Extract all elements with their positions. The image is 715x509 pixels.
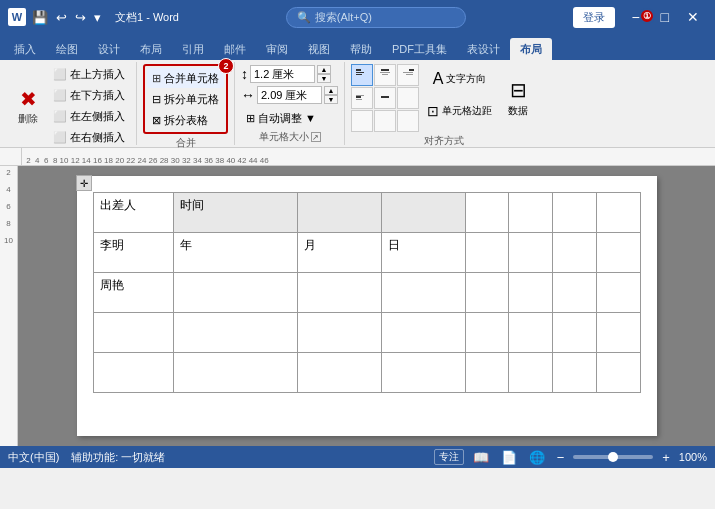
table-cell[interactable]: 月 bbox=[297, 233, 381, 273]
merge-cells-button[interactable]: ⊞ 合并单元格 bbox=[147, 68, 224, 88]
insert-right-button[interactable]: ⬜ 在右侧插入 bbox=[48, 127, 130, 147]
focus-label[interactable]: 专注 bbox=[434, 449, 464, 465]
table-cell[interactable]: 年 bbox=[173, 233, 297, 273]
insert-below-button[interactable]: ⬜ 在下方插入 bbox=[48, 85, 130, 105]
align-top-center[interactable] bbox=[374, 64, 396, 86]
zoom-slider[interactable] bbox=[573, 455, 653, 459]
width-up-button[interactable]: ▲ bbox=[324, 86, 338, 95]
table-cell[interactable] bbox=[465, 273, 509, 313]
cell-size-expand[interactable]: ↗ bbox=[311, 132, 321, 142]
align-middle-center[interactable] bbox=[374, 87, 396, 109]
height-value: 1.2 厘米 bbox=[254, 67, 294, 82]
align-bottom-right[interactable] bbox=[397, 110, 419, 132]
redo-button[interactable]: ↪ bbox=[73, 8, 88, 27]
height-input[interactable]: 1.2 厘米 bbox=[250, 65, 315, 83]
table-cell[interactable] bbox=[381, 353, 465, 393]
table-cell[interactable] bbox=[553, 313, 597, 353]
vertical-ruler: 2 4 6 8 10 bbox=[0, 166, 18, 446]
insert-above-button[interactable]: ⬜ 在上方插入 bbox=[48, 64, 130, 84]
table-cell[interactable] bbox=[509, 353, 553, 393]
table-cell[interactable] bbox=[553, 353, 597, 393]
table-cell[interactable] bbox=[381, 273, 465, 313]
table-cell[interactable] bbox=[596, 193, 640, 233]
table-cell[interactable]: 李明 bbox=[93, 233, 173, 273]
tab-mailings[interactable]: 邮件 bbox=[214, 38, 256, 60]
align-bottom-left[interactable] bbox=[351, 110, 373, 132]
close-button[interactable]: ✕ bbox=[679, 0, 707, 34]
table-cell[interactable] bbox=[509, 193, 553, 233]
view-web-button[interactable]: 🌐 bbox=[526, 449, 548, 466]
cell-margin-button[interactable]: ⊡ 单元格边距 bbox=[423, 96, 496, 126]
table-cell[interactable] bbox=[465, 193, 509, 233]
align-top-left[interactable] bbox=[351, 64, 373, 86]
text-direction-button[interactable]: A 文字方向 bbox=[423, 64, 496, 94]
align-top-right[interactable] bbox=[397, 64, 419, 86]
restore-button[interactable]: □ bbox=[653, 0, 677, 34]
align-middle-left[interactable] bbox=[351, 87, 373, 109]
table-cell[interactable] bbox=[173, 273, 297, 313]
tab-insert[interactable]: 插入 bbox=[4, 38, 46, 60]
doc-scroll-area[interactable]: ✛ 出差人 时间 李明 bbox=[18, 166, 715, 446]
table-cell[interactable] bbox=[381, 313, 465, 353]
table-cell[interactable]: 出差人 bbox=[93, 193, 173, 233]
tab-help[interactable]: 帮助 bbox=[340, 38, 382, 60]
view-read-button[interactable]: 📖 bbox=[470, 449, 492, 466]
table-cell[interactable] bbox=[553, 233, 597, 273]
tab-review[interactable]: 审阅 bbox=[256, 38, 298, 60]
save-button[interactable]: 💾 bbox=[30, 8, 50, 27]
undo-button[interactable]: ↩ bbox=[54, 8, 69, 27]
table-cell[interactable] bbox=[465, 233, 509, 273]
tab-layout1[interactable]: 布局 bbox=[130, 38, 172, 60]
tab-table-design[interactable]: 表设计 bbox=[457, 38, 510, 60]
table-cell[interactable] bbox=[297, 313, 381, 353]
table-cell[interactable] bbox=[553, 273, 597, 313]
split-cells-button[interactable]: ⊟ 拆分单元格 bbox=[147, 89, 224, 109]
zoom-out-button[interactable]: − bbox=[554, 449, 568, 466]
table-cell[interactable]: 周艳 bbox=[93, 273, 173, 313]
table-cell[interactable] bbox=[509, 313, 553, 353]
split-table-button[interactable]: ⊠ 拆分表格 bbox=[147, 110, 224, 130]
table-cell[interactable] bbox=[509, 273, 553, 313]
table-cell[interactable] bbox=[596, 233, 640, 273]
zoom-in-button[interactable]: + bbox=[659, 449, 673, 466]
table-cell[interactable] bbox=[93, 313, 173, 353]
table-cell[interactable]: 日 bbox=[381, 233, 465, 273]
table-cell[interactable]: 时间 bbox=[173, 193, 297, 233]
table-cell[interactable] bbox=[596, 313, 640, 353]
table-cell[interactable] bbox=[297, 193, 381, 233]
height-down-button[interactable]: ▼ bbox=[317, 74, 331, 83]
auto-adjust-button[interactable]: ⊞ 自动调整 ▼ bbox=[241, 108, 338, 128]
insert-left-button[interactable]: ⬜ 在左侧插入 bbox=[48, 106, 130, 126]
align-bottom-center[interactable] bbox=[374, 110, 396, 132]
delete-button[interactable]: ✖ 删除 bbox=[10, 72, 46, 140]
table-cell[interactable] bbox=[173, 353, 297, 393]
search-box[interactable]: 🔍 搜索(Alt+Q) bbox=[286, 7, 466, 28]
tab-layout2[interactable]: 布局 bbox=[510, 38, 552, 60]
tab-design[interactable]: 设计 bbox=[88, 38, 130, 60]
tab-references[interactable]: 引用 bbox=[172, 38, 214, 60]
table-cell[interactable] bbox=[297, 353, 381, 393]
data-button[interactable]: ⊟ 数据 bbox=[500, 64, 536, 132]
login-button[interactable]: 登录 bbox=[573, 7, 615, 28]
tab-pdf[interactable]: PDF工具集 bbox=[382, 38, 457, 60]
page-move-handle[interactable]: ✛ bbox=[76, 175, 92, 191]
view-print-button[interactable]: 📄 bbox=[498, 449, 520, 466]
table-cell[interactable] bbox=[553, 193, 597, 233]
width-input[interactable]: 2.09 厘米 bbox=[257, 86, 322, 104]
table-cell[interactable] bbox=[297, 273, 381, 313]
table-cell[interactable] bbox=[381, 193, 465, 233]
table-cell[interactable] bbox=[596, 353, 640, 393]
table-cell[interactable] bbox=[173, 313, 297, 353]
align-middle-right[interactable] bbox=[397, 87, 419, 109]
width-down-button[interactable]: ▼ bbox=[324, 95, 338, 104]
tab-view[interactable]: 视图 bbox=[298, 38, 340, 60]
table-cell[interactable] bbox=[465, 353, 509, 393]
table-cell[interactable] bbox=[509, 233, 553, 273]
table-cell[interactable] bbox=[596, 273, 640, 313]
zoom-level[interactable]: 100% bbox=[679, 451, 707, 463]
customize-button[interactable]: ▾ bbox=[92, 8, 103, 27]
tab-draw[interactable]: 绘图 bbox=[46, 38, 88, 60]
height-up-button[interactable]: ▲ bbox=[317, 65, 331, 74]
table-cell[interactable] bbox=[93, 353, 173, 393]
table-cell[interactable] bbox=[465, 313, 509, 353]
